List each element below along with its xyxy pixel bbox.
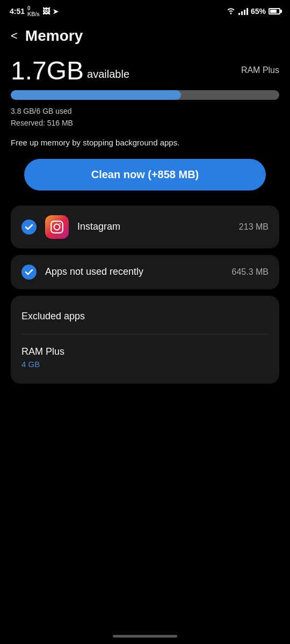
svg-rect-0 (51, 221, 63, 233)
available-unit: GB (47, 56, 84, 85)
ram-plus-row[interactable]: RAM Plus 4 GB (21, 342, 269, 373)
unused-apps-name: Apps not used recently (45, 266, 223, 277)
memory-available-section: 1.7GBavailable RAM Plus (11, 58, 279, 84)
excluded-apps-title: Excluded apps (21, 311, 85, 321)
ram-plus-value: 4 GB (21, 360, 269, 369)
status-bar: 4:51 0KB/s 🖼 ➤ 65% (0, 0, 290, 20)
available-label: available (87, 68, 129, 80)
memory-stats: 3.8 GB/6 GB used Reserved: 516 MB (11, 105, 279, 129)
excluded-apps-row[interactable]: Excluded apps (21, 306, 269, 326)
unused-apps-checkbox[interactable] (21, 265, 37, 280)
stats-line2: Reserved: 516 MB (11, 117, 279, 129)
settings-section: Excluded apps RAM Plus 4 GB (11, 296, 279, 384)
send-icon: ➤ (53, 8, 59, 16)
stats-line1: 3.8 GB/6 GB used (11, 105, 279, 117)
status-time: 4:51 (10, 7, 25, 16)
data-indicator: 0KB/s (27, 5, 40, 17)
svg-point-2 (60, 223, 61, 225)
page-title: Memory (25, 27, 83, 45)
memory-progress-fill (11, 90, 181, 100)
list-item[interactable]: Instagram 213 MB (11, 206, 279, 248)
available-amount: 1.7 (11, 56, 47, 85)
svg-point-1 (54, 224, 60, 230)
photo-icon: 🖼 (42, 7, 50, 16)
page-header: < Memory (0, 20, 290, 49)
bottom-nav-indicator (113, 635, 177, 638)
instagram-checkbox[interactable] (21, 219, 37, 235)
unused-apps-size: 645.3 MB (232, 267, 269, 277)
memory-progress-bar (11, 90, 279, 100)
instagram-app-size: 213 MB (239, 222, 269, 232)
settings-divider (21, 334, 269, 334)
free-up-text: Free up memory by stopping background ap… (11, 138, 279, 147)
memory-available-left: 1.7GBavailable (11, 58, 129, 84)
clean-now-button[interactable]: Clean now (+858 MB) (24, 159, 266, 191)
battery-percent: 65% (251, 7, 266, 16)
instagram-app-name: Instagram (77, 221, 230, 232)
signal-bars-icon (238, 8, 248, 15)
main-content: 1.7GBavailable RAM Plus 3.8 GB/6 GB used… (0, 49, 290, 399)
list-item[interactable]: Apps not used recently 645.3 MB (11, 255, 279, 289)
wifi-icon (226, 7, 236, 16)
instagram-icon (45, 215, 69, 239)
battery-icon (269, 8, 280, 14)
status-right: 65% (226, 7, 280, 16)
back-button[interactable]: < (9, 27, 20, 45)
status-left: 4:51 0KB/s 🖼 ➤ (10, 5, 59, 17)
ram-plus-header-label: RAM Plus (241, 65, 279, 75)
ram-plus-title: RAM Plus (21, 346, 269, 357)
